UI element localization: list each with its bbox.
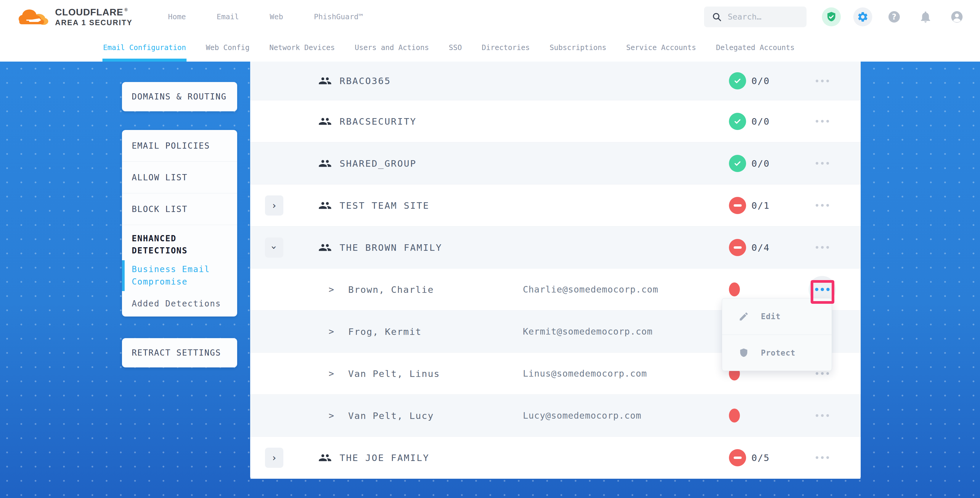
member-email: Lucy@somedemocorp.com (523, 410, 641, 421)
table-row-group: RBACSECURITY 0/0 (250, 100, 861, 142)
row-actions-ellipsis-icon[interactable] (812, 414, 832, 417)
sidebar-policies-card: EMAIL POLICIES ALLOW LIST BLOCK LIST ENH… (122, 130, 237, 317)
table-row-member: > Van Pelt, Lucy Lucy@somedemocorp.com (250, 395, 861, 437)
member-chevron-icon[interactable]: > (329, 326, 337, 337)
expand-group-button[interactable]: › (265, 448, 283, 468)
table-row-group: › TEST TEAM SITE 0/1 (250, 185, 861, 226)
chevron-down-icon: › (269, 245, 279, 250)
tab-subscriptions[interactable]: Subscriptions (549, 33, 606, 62)
row-actions-ellipsis-icon[interactable] (812, 162, 832, 165)
group-name: TEST TEAM SITE (340, 200, 429, 211)
expander-cell: › (265, 196, 318, 216)
row-actions-ellipsis-icon[interactable] (812, 456, 832, 459)
notifications-bell-icon[interactable] (916, 7, 935, 26)
protection-count: 0/0 (751, 116, 770, 127)
page-content: DOMAINS & ROUTING EMAIL POLICIES ALLOW L… (0, 62, 980, 498)
section-tabbar: Email Configuration Web Config Network D… (0, 33, 980, 62)
status-ok-badge (729, 72, 746, 89)
chevron-right-icon: › (271, 453, 277, 463)
context-menu-label: Edit (761, 312, 781, 321)
search-box[interactable] (704, 6, 807, 27)
status-blocked-dot (729, 282, 740, 296)
status-blocked-dot (729, 409, 740, 423)
context-menu-item-protect[interactable]: Protect (722, 334, 832, 371)
expander-cell: › (265, 237, 318, 258)
group-icon (318, 115, 332, 128)
tab-email-configuration[interactable]: Email Configuration (103, 33, 186, 62)
tab-network-devices[interactable]: Network Devices (269, 33, 335, 62)
member-name: Brown, Charlie (348, 284, 523, 295)
status-cell: 0/4 (729, 239, 812, 256)
row-context-menu: Edit Protect (722, 298, 832, 371)
tab-delegated-accounts[interactable]: Delegated Accounts (716, 33, 795, 62)
row-actions-ellipsis-icon[interactable] (812, 80, 832, 82)
nav-phishguard[interactable]: PhishGuard™ (314, 13, 363, 21)
expand-group-button[interactable]: › (265, 196, 283, 216)
sidebar-item-enhanced-detections[interactable]: ENHANCED DETECTIONS (122, 225, 237, 258)
member-chevron-icon[interactable]: > (329, 410, 337, 421)
sidebar-item-email-policies[interactable]: EMAIL POLICIES (122, 130, 237, 162)
status-ok-badge (729, 113, 746, 130)
row-actions-ellipsis-icon[interactable] (812, 246, 832, 249)
nav-home[interactable]: Home (168, 13, 186, 21)
context-menu-label: Protect (761, 348, 795, 357)
row-actions-ellipsis-icon[interactable] (812, 204, 832, 207)
sidebar-item-domains-routing[interactable]: DOMAINS & ROUTING (122, 82, 237, 111)
sidebar-item-block-list[interactable]: BLOCK LIST (122, 193, 237, 225)
help-icon[interactable]: ? (885, 7, 904, 26)
protection-status-icon[interactable] (822, 7, 841, 26)
expander-cell: › (265, 448, 318, 468)
protection-count: 0/0 (751, 158, 770, 169)
protection-count: 0/5 (751, 452, 770, 463)
member-name: Van Pelt, Lucy (348, 410, 523, 421)
member-chevron-icon[interactable]: > (329, 368, 337, 379)
tab-service-accounts[interactable]: Service Accounts (626, 33, 696, 62)
group-icon (318, 157, 332, 170)
brand-name: CLOUDFLARE (55, 7, 123, 18)
table-row-group: SHARED_GROUP 0/0 (250, 142, 861, 185)
sidebar-label: DOMAINS & ROUTING (132, 92, 227, 102)
tab-web-config[interactable]: Web Config (206, 33, 250, 62)
group-icon (318, 74, 332, 88)
row-actions-ellipsis-icon[interactable] (812, 120, 832, 123)
status-cell (729, 282, 812, 296)
tab-directories[interactable]: Directories (482, 33, 530, 62)
sidebar-item-business-email-compromise[interactable]: Business Email Compromise (122, 258, 237, 293)
search-icon (712, 12, 722, 22)
group-icon (318, 451, 332, 465)
sidebar-label: ENHANCED DETECTIONS (132, 233, 228, 257)
svg-text:?: ? (892, 13, 896, 21)
sidebar-item-added-detections[interactable]: Added Detections (122, 293, 237, 315)
status-cell (729, 409, 812, 423)
status-cell: 0/0 (729, 155, 812, 172)
sidebar-item-retract-settings[interactable]: RETRACT SETTINGS (122, 338, 237, 368)
sidebar-label: Added Detections (132, 298, 221, 310)
shield-icon (738, 348, 749, 358)
user-account-icon[interactable] (947, 7, 966, 26)
settings-gear-icon[interactable] (853, 7, 872, 26)
sidebar-label: BLOCK LIST (132, 204, 188, 214)
search-input[interactable] (728, 12, 799, 21)
settings-sidebar: DOMAINS & ROUTING EMAIL POLICIES ALLOW L… (122, 82, 237, 368)
protection-count: 0/4 (751, 242, 770, 253)
group-icon (318, 199, 332, 212)
group-name: RBACSECURITY (340, 116, 417, 127)
protection-count: 0/1 (751, 200, 770, 211)
pencil-icon (738, 311, 749, 322)
brand-subtitle: AREA 1 SECURITY (55, 18, 133, 27)
collapse-group-button[interactable]: › (265, 237, 283, 258)
nav-web[interactable]: Web (270, 13, 283, 21)
context-menu-item-edit[interactable]: Edit (722, 298, 832, 334)
member-chevron-icon[interactable]: > (329, 284, 337, 294)
registered-mark: ® (124, 7, 127, 12)
tab-users-and-actions[interactable]: Users and Actions (355, 33, 429, 62)
sidebar-label: Business Email Compromise (132, 263, 228, 288)
group-name: RBACO365 (340, 75, 391, 86)
tab-sso[interactable]: SSO (449, 33, 462, 62)
nav-email[interactable]: Email (217, 13, 239, 21)
row-actions-ellipsis-icon[interactable] (812, 372, 832, 375)
status-cell: 0/0 (729, 113, 812, 130)
sidebar-item-allow-list[interactable]: ALLOW LIST (122, 162, 237, 193)
group-icon (318, 241, 332, 255)
chevron-right-icon: › (271, 201, 277, 210)
